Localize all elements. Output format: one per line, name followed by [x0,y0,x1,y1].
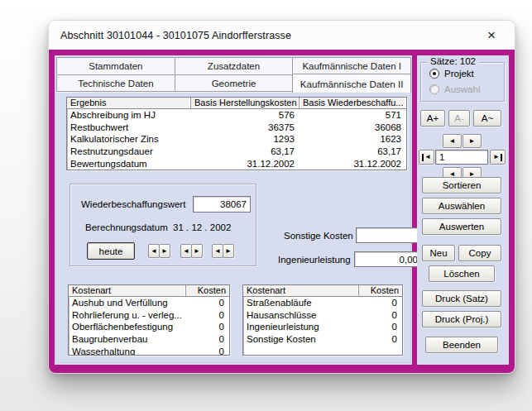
day-down-button[interactable]: ◄ [148,244,160,258]
table-row[interactable]: Hausanschlüsse 0 [243,309,402,322]
radio-projekt-label: Projekt [444,69,474,79]
row-label: Ingenieurleistung [243,321,359,332]
record-prev-button-top[interactable]: ◄ [443,134,462,148]
table-row[interactable]: Rohrlieferung u. - verleg... 0 [69,309,229,322]
table-row[interactable]: Straßenabläufe 0 [243,297,402,309]
tab-geometrie[interactable]: Geometrie [175,74,294,92]
first-record-button[interactable]: ◄ [419,150,434,165]
beenden-button[interactable]: Beenden [425,337,498,353]
tab-technische-daten[interactable]: Technische Daten [56,74,175,92]
column-header-kostenart[interactable]: Kostenart [69,285,186,296]
last-record-button[interactable]: ► [490,150,506,165]
row-value: 0 [359,333,402,345]
row-value: 0 [186,333,229,345]
auswerten-button[interactable]: Auswerten [422,218,501,235]
row-label: Kalkulatorischer Zins [67,133,191,145]
saetze-count-label: Sätze: 102 [427,56,479,66]
row-value: 0 [186,297,229,308]
tab-zusatzdaten[interactable]: Zusatzdaten [175,57,294,74]
year-down-button[interactable]: ◄ [212,244,223,258]
a-plus-button[interactable]: A+ [420,110,445,127]
record-number-input[interactable]: 1 [435,150,488,165]
tab-control: Stammdaten Zusatzdaten Kaufmännische Dat… [55,55,412,365]
tab-kaufmaennische-daten-2[interactable]: Kaufmännische Daten II [292,74,411,93]
close-icon[interactable]: × [482,28,501,42]
row-label: Bewertungsdatum [67,158,191,170]
row-value: 31.12.2002 [300,158,406,170]
kostenart-table-right: Kostenart Kosten Straßenabläufe 0 Hausan… [242,284,403,356]
year-up-button[interactable]: ► [223,244,234,258]
wiederbeschaffungswert-label: Wiederbeschaffungswert [81,199,185,209]
column-header-basis-herstellungskosten[interactable]: Basis Herstellungskosten [191,98,300,108]
row-value: 576 [191,109,300,121]
row-label: Oberflächenbefestigung [69,321,186,332]
radio-auswahl: Auswahl [429,84,480,94]
ingenieurleistung-input[interactable]: 0,00 [354,251,422,267]
record-control-panel: Sätze: 102 Projekt Auswahl A+ A- A~ ◄ ► … [417,55,509,365]
row-label: Baugrubenverbau [69,333,186,345]
table-row[interactable]: Aushub und Verfüllung 0 [69,297,229,309]
row-value: 36068 [300,122,406,133]
wiederbeschaffung-groupbox: Wiederbeschaffungswert 38067 Berechnungs… [69,184,256,266]
tab-kaufmaennische-daten-1[interactable]: Kaufmännische Daten I [292,57,411,74]
ergebnis-table: Ergebnis Basis Herstellungskosten Basis … [66,97,407,170]
row-value: 36375 [191,122,300,133]
wiederbeschaffungswert-input[interactable]: 38067 [193,196,251,213]
row-value: 0 [186,309,229,321]
table-row[interactable]: Bewertungsdatum 31.12.2002 31.12.2002 [67,157,406,170]
row-label: Abschreibung im HJ [67,109,191,121]
left-arrow-icon: ◄ [183,248,189,255]
table-row[interactable]: Restbuchwert 36375 36068 [67,122,406,134]
month-up-button[interactable]: ► [191,244,203,258]
row-label: Restbuchwert [67,122,191,133]
column-header-kosten[interactable]: Kosten [186,285,229,296]
day-up-button[interactable]: ► [159,244,170,258]
table-row[interactable]: Wasserhaltung 0 [69,345,229,356]
row-value: 31.12.2002 [191,158,300,170]
table-row[interactable]: Oberflächenbefestigung 0 [69,321,229,333]
row-value: 63,17 [300,146,406,157]
copy-button[interactable]: Copy [458,245,501,261]
sortieren-button[interactable]: Sortieren [422,177,501,194]
row-label: Sonstige Kosten [243,333,359,345]
druck-satz-button[interactable]: Druck (Satz) [422,290,501,307]
column-header-basis-wiederbeschaffung[interactable]: Basis Wiederbeschaffu... [300,98,406,108]
radio-projekt-icon [429,69,439,79]
radio-projekt[interactable]: Projekt [429,69,474,79]
left-arrow-icon: ◄ [214,248,221,255]
druck-proj-button[interactable]: Druck (Proj.) [422,311,501,327]
saetze-groupbox: Sätze: 102 Projekt Auswahl [420,62,505,102]
tab-strip: Stammdaten Zusatzdaten Kaufmännische Dat… [56,57,410,93]
kostenart-table-left: Kostenart Kosten Aushub und Verfüllung 0… [68,284,230,356]
record-next-button-top[interactable]: ► [463,134,482,148]
heute-button[interactable]: heute [87,242,135,260]
tab-stammdaten[interactable]: Stammdaten [56,57,175,74]
left-arrow-icon: ◄ [424,154,431,160]
row-value: 571 [300,109,406,121]
row-value: 0 [186,346,229,356]
table-row[interactable]: Kalkulatorischer Zins 1293 1623 [67,133,406,146]
column-header-kosten[interactable]: Kosten [359,285,402,296]
dialog-window: Abschnitt 30101044 - 30101075 Aindorffer… [48,20,515,374]
last-record-icon [501,154,502,161]
loeschen-button[interactable]: Löschen [429,265,495,282]
row-value: 0 [359,321,402,332]
table-row[interactable]: Sonstige Kosten 0 [243,333,402,346]
neu-button[interactable]: Neu [422,245,455,261]
column-header-kostenart[interactable]: Kostenart [243,285,359,296]
table-row[interactable]: Baugrubenverbau 0 [69,333,229,346]
right-arrow-icon: ► [194,248,200,255]
right-arrow-icon: ► [225,248,232,255]
tab-pane-kaufmaennische-daten-2: Ergebnis Basis Herstellungskosten Basis … [55,92,411,363]
sonstige-kosten-label: Sonstige Kosten [284,231,353,241]
month-down-button[interactable]: ◄ [180,244,192,258]
auswaehlen-button[interactable]: Auswählen [422,198,501,214]
right-arrow-icon: ► [469,138,476,145]
sonstige-kosten-input[interactable] [356,227,422,243]
a-tilde-button[interactable]: A~ [473,110,501,127]
table-row[interactable]: Abschreibung im HJ 576 571 [67,109,406,122]
table-row[interactable]: Restnutzungsdauer 63,17 63,17 [67,146,406,158]
row-label: Wasserhaltung [69,346,186,356]
column-header-ergebnis[interactable]: Ergebnis [67,98,191,108]
table-row[interactable]: Ingenieurleistung 0 [243,321,402,333]
